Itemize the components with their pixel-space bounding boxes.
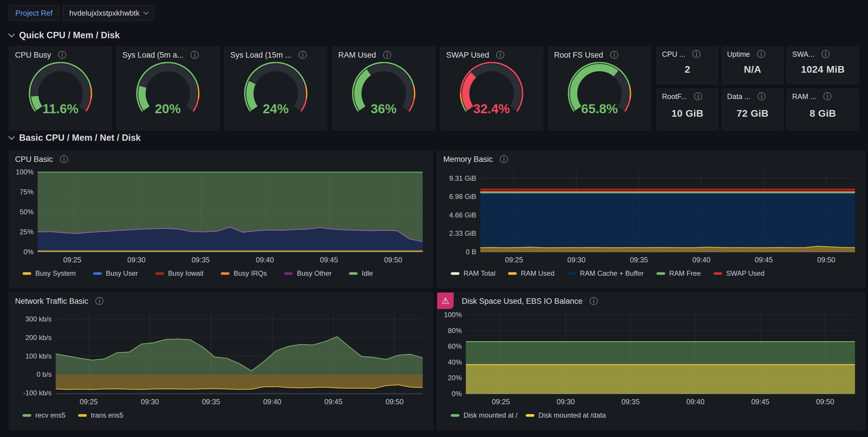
legend-label: Busy Iowait bbox=[168, 269, 204, 278]
svg-text:4.66 GiB: 4.66 GiB bbox=[450, 211, 476, 219]
stat-value: 10 GiB bbox=[657, 101, 718, 130]
info-icon[interactable] bbox=[589, 297, 598, 305]
section-header-quick[interactable]: Quick CPU / Mem / Disk bbox=[9, 30, 120, 40]
panel-title[interactable]: Data ... bbox=[727, 92, 750, 101]
panel-ram-total: RAM ... 8 GiB bbox=[787, 89, 859, 130]
legend-item[interactable]: Busy Iowait bbox=[155, 269, 204, 278]
panel-ram-used: RAM Used 36% bbox=[332, 46, 435, 130]
legend-label: RAM Used bbox=[521, 269, 554, 278]
legend-swatch bbox=[451, 414, 460, 417]
panel-root-fs-used: Root FS Used 65.8% bbox=[548, 46, 651, 130]
legend-swatch bbox=[349, 272, 358, 275]
panel-title[interactable]: RootF... bbox=[662, 92, 687, 101]
panel-title[interactable]: Memory Basic bbox=[443, 155, 493, 164]
panel-title[interactable]: Uptime bbox=[727, 50, 750, 58]
legend-item[interactable]: RAM Used bbox=[508, 269, 554, 278]
svg-text:75%: 75% bbox=[20, 188, 34, 196]
panel-title[interactable]: Network Traffic Basic bbox=[15, 297, 88, 306]
chevron-down-icon bbox=[8, 31, 15, 38]
legend-swatch bbox=[451, 272, 460, 275]
info-icon[interactable] bbox=[383, 51, 392, 59]
info-icon[interactable] bbox=[500, 155, 508, 164]
memory-basic-chart[interactable]: 0 B2.33 GiB4.66 GiB6.98 GiB9.31 GiB09:25… bbox=[443, 166, 860, 267]
svg-text:-100 kb/s: -100 kb/s bbox=[23, 389, 52, 397]
panel-title[interactable]: CPU Busy bbox=[15, 51, 51, 60]
info-icon[interactable] bbox=[694, 92, 702, 101]
legend-label: Disk mounted at /data bbox=[538, 411, 606, 419]
gauge-chart: 20% bbox=[117, 62, 219, 123]
info-icon[interactable] bbox=[60, 155, 68, 164]
legend-item[interactable]: Busy IRQs bbox=[221, 269, 267, 278]
legend-label: Busy System bbox=[35, 269, 76, 278]
legend-swatch bbox=[221, 272, 229, 275]
info-icon[interactable] bbox=[299, 51, 307, 59]
panel-title[interactable]: RAM Used bbox=[338, 51, 376, 60]
variable-label-button[interactable]: Project Ref bbox=[9, 5, 59, 21]
svg-text:40%: 40% bbox=[448, 358, 462, 366]
legend-item[interactable]: Idle bbox=[349, 269, 373, 278]
panel-title[interactable]: RAM ... bbox=[792, 92, 816, 101]
info-icon[interactable] bbox=[757, 92, 766, 101]
panel-network-traffic: Network Traffic Basic -100 kb/s0 b/s100 … bbox=[9, 292, 433, 430]
legend-swatch bbox=[508, 272, 517, 275]
section-header-basic[interactable]: Basic CPU / Mem / Net / Disk bbox=[9, 133, 141, 143]
section-title: Quick CPU / Mem / Disk bbox=[19, 30, 120, 40]
info-icon[interactable] bbox=[191, 51, 199, 59]
legend-label: RAM Free bbox=[669, 269, 701, 278]
chevron-down-icon bbox=[8, 134, 15, 140]
panel-title[interactable]: Sys Load (15m ... bbox=[230, 51, 292, 60]
panel-title[interactable]: Disk Space Used, EBS IO Balance bbox=[462, 297, 582, 306]
legend-item[interactable]: Busy User bbox=[93, 269, 138, 278]
legend-item[interactable]: RAM Cache + Buffer bbox=[567, 269, 644, 278]
svg-text:09:25: 09:25 bbox=[80, 398, 98, 406]
legend-item[interactable]: SWAP Used bbox=[713, 269, 765, 278]
cpu-basic-legend: Busy SystemBusy UserBusy IowaitBusy IRQs… bbox=[9, 267, 433, 278]
legend-label: recv ens5 bbox=[35, 411, 65, 419]
info-icon[interactable] bbox=[95, 297, 103, 305]
info-icon[interactable] bbox=[610, 51, 619, 59]
panel-title[interactable]: Sys Load (5m a... bbox=[122, 51, 184, 60]
network-traffic-chart[interactable]: -100 kb/s0 b/s100 kb/s200 kb/s300 kb/s09… bbox=[14, 308, 427, 409]
legend-item[interactable]: Disk mounted at /data bbox=[526, 411, 606, 419]
info-icon[interactable] bbox=[496, 51, 505, 59]
legend-swatch bbox=[656, 272, 665, 275]
gauge-chart: 32.4% bbox=[440, 62, 543, 123]
info-icon[interactable] bbox=[822, 50, 830, 58]
memory-basic-legend: RAM TotalRAM UsedRAM Cache + BufferRAM F… bbox=[437, 267, 865, 278]
gauge-chart: 36% bbox=[333, 62, 435, 123]
svg-text:50%: 50% bbox=[20, 208, 34, 216]
legend-item[interactable]: Busy Other bbox=[284, 269, 332, 278]
info-icon[interactable] bbox=[823, 92, 832, 101]
info-icon[interactable] bbox=[58, 51, 66, 59]
section-title: Basic CPU / Mem / Net / Disk bbox=[19, 133, 141, 143]
panel-title[interactable]: CPU ... bbox=[662, 50, 685, 58]
svg-text:100%: 100% bbox=[16, 168, 34, 176]
stat-value: 72 GiB bbox=[722, 101, 783, 130]
panel-title[interactable]: Root FS Used bbox=[554, 51, 603, 60]
legend-item[interactable]: RAM Free bbox=[656, 269, 701, 278]
alert-warning-icon[interactable] bbox=[437, 292, 454, 309]
panel-title[interactable]: CPU Basic bbox=[15, 155, 53, 164]
info-icon[interactable] bbox=[757, 50, 765, 58]
legend-item[interactable]: recv ens5 bbox=[23, 411, 65, 419]
legend-item[interactable]: Busy System bbox=[23, 269, 76, 278]
panel-rootfs-total: RootF... 10 GiB bbox=[656, 89, 718, 130]
svg-text:09:50: 09:50 bbox=[384, 256, 402, 264]
panel-uptime: Uptime N/A bbox=[722, 46, 783, 84]
svg-text:32.4%: 32.4% bbox=[473, 101, 510, 116]
variable-value-dropdown[interactable]: hvdelujxlxstpxkhwbtk bbox=[63, 5, 155, 21]
legend-item[interactable]: trans ens5 bbox=[78, 411, 123, 419]
legend-label: Busy IRQs bbox=[234, 269, 267, 278]
stat-value: 2 bbox=[657, 58, 718, 84]
legend-item[interactable]: Disk mounted at / bbox=[451, 411, 518, 419]
info-icon[interactable] bbox=[692, 50, 701, 58]
gauge-chart: 65.8% bbox=[548, 62, 651, 123]
disk-space-chart[interactable]: 0%20%40%60%80%100%09:2509:3009:3509:4009… bbox=[443, 308, 860, 409]
legend-swatch bbox=[93, 272, 102, 275]
cpu-basic-chart[interactable]: 0%25%50%75%100%09:2509:3009:3509:4009:45… bbox=[14, 166, 427, 267]
panel-title[interactable]: SWA... bbox=[792, 50, 814, 58]
svg-text:0%: 0% bbox=[452, 390, 462, 398]
panel-title[interactable]: SWAP Used bbox=[446, 51, 489, 60]
svg-text:09:50: 09:50 bbox=[817, 256, 835, 264]
legend-item[interactable]: RAM Total bbox=[451, 269, 495, 278]
